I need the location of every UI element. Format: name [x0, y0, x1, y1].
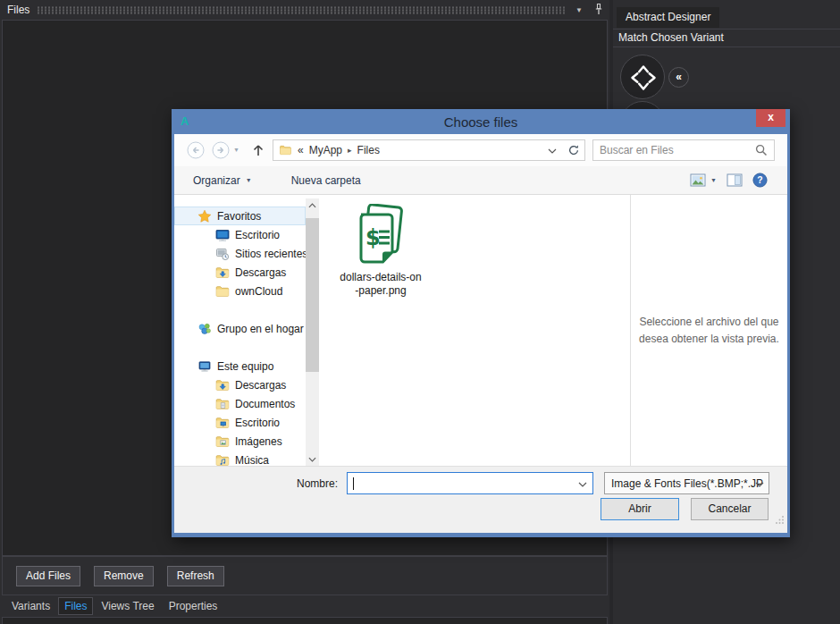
tree-group: FavoritosEscritorioSitios recientesDesca… — [174, 207, 306, 300]
file-type-select[interactable]: Image & Fonts Files(*.BMP;*.JP — [604, 472, 769, 494]
search-icon[interactable] — [755, 144, 768, 156]
help-icon: ? — [752, 173, 768, 188]
add-files-button[interactable]: Add Files — [16, 566, 80, 586]
breadcrumb-files[interactable]: Files — [357, 144, 380, 156]
tab-abstract-designer[interactable]: Abstract Designer — [617, 7, 719, 28]
dialog-footer: Nombre: Image & Fonts Files(*.BMP;*.JP — [174, 466, 787, 530]
file-name-label: Nombre: — [271, 477, 338, 490]
file-name-input[interactable] — [347, 472, 593, 494]
breadcrumb-overflow[interactable]: « — [298, 144, 304, 156]
new-folder-button[interactable]: Nueva carpeta — [291, 174, 361, 187]
back-button[interactable] — [187, 141, 205, 159]
recent-pages-chevron-icon[interactable]: ▼ — [233, 147, 239, 153]
tree-item-imagenes[interactable]: Imágenes — [174, 432, 306, 451]
tree-item-label: Sitios recientes — [235, 248, 306, 260]
recent-icon — [215, 247, 230, 261]
tree-item-label: Descargas — [235, 379, 286, 392]
preview-hint-line2: desea obtener la vista previa. — [639, 331, 779, 348]
drag-grip-dots — [37, 6, 565, 14]
tree-item-label: Descargas — [235, 266, 286, 279]
file-name-chevron-icon[interactable] — [578, 477, 587, 490]
forward-button[interactable] — [212, 141, 230, 159]
collapse-left-button[interactable]: « — [668, 67, 689, 88]
scroll-down-icon[interactable] — [306, 452, 319, 466]
window-menu-chevron-icon[interactable]: ▼ — [572, 6, 586, 14]
folder-music-icon — [215, 453, 230, 467]
tree-item-owncloud[interactable]: ownCloud — [174, 282, 306, 300]
folder-download-icon — [215, 266, 230, 280]
search-input[interactable]: Buscar en Files — [592, 139, 775, 161]
scroll-up-icon[interactable] — [306, 198, 319, 212]
preview-pane-icon — [727, 173, 743, 187]
tree-item-sitios-recientes[interactable]: Sitios recientes — [174, 244, 306, 263]
up-one-level-button[interactable] — [251, 142, 265, 161]
places-tree: FavoritosEscritorioSitios recientesDesca… — [174, 195, 306, 466]
tree-item-escritorio[interactable]: Escritorio — [174, 225, 306, 244]
folder-desktop-icon — [215, 416, 230, 430]
organize-chevron-icon: ▼ — [246, 177, 252, 183]
cancel-button[interactable]: Cancelar — [691, 498, 769, 520]
preview-pane: Seleccione el archivo del que desea obte… — [631, 195, 787, 466]
dialog-body: ▼ « MyApp ▸ Files — [172, 134, 790, 537]
scrollbar-thumb[interactable] — [306, 218, 319, 372]
tree-item-label: ownCloud — [235, 285, 282, 298]
address-dropdown-chevron-icon[interactable] — [548, 144, 557, 156]
file-type-value: Image & Fonts Files(*.BMP;*.JP — [611, 477, 763, 490]
tree-item-descargas[interactable]: Descargas — [174, 263, 306, 282]
refresh-button[interactable] — [562, 139, 585, 161]
folder-download-icon — [215, 378, 230, 392]
views-button[interactable]: ▼ — [690, 173, 717, 187]
choose-files-dialog: A Choose files x ▼ — [172, 109, 790, 537]
organize-button[interactable]: Organizar ▼ — [193, 174, 252, 187]
tree-item-grupo-en-el-hogar[interactable]: Grupo en el hogar — [174, 319, 306, 338]
tree-item-label: Escritorio — [235, 229, 280, 241]
resize-grip[interactable] — [775, 515, 785, 527]
tab-views-tree[interactable]: Views Tree — [95, 597, 160, 615]
tree-item-descargas[interactable]: Descargas — [174, 375, 306, 394]
refresh-button[interactable]: Refresh — [167, 566, 224, 586]
search-placeholder: Buscar en Files — [600, 144, 755, 156]
close-button[interactable]: x — [756, 109, 785, 127]
tree-item-label: Música — [235, 454, 269, 467]
file-name-line1: dollars-details-on — [331, 271, 431, 284]
folder-icon — [215, 284, 230, 299]
dialog-app-icon: A — [181, 114, 189, 128]
tree-item-musica[interactable]: Música — [174, 451, 306, 466]
file-item-dollars-details-on-paper[interactable]: $ dollars-details-on -paper.png — [331, 204, 431, 298]
svg-text:$: $ — [365, 225, 381, 250]
file-name-line2: -paper.png — [331, 284, 431, 298]
tree-item-label: Escritorio — [235, 417, 280, 429]
tree-item-escritorio[interactable]: Escritorio — [174, 413, 306, 432]
remove-button[interactable]: Remove — [94, 566, 154, 586]
breadcrumb-separator-icon[interactable]: ▸ — [348, 146, 352, 155]
computer-icon — [197, 359, 212, 374]
star-icon — [197, 209, 212, 223]
tree-item-documentos[interactable]: Documentos — [174, 394, 306, 413]
tab-variants[interactable]: Variants — [5, 597, 56, 615]
tab-files[interactable]: Files — [58, 597, 93, 615]
file-type-chevron-icon — [755, 477, 764, 490]
tree-item-favoritos[interactable]: Favoritos — [174, 207, 306, 225]
pin-icon[interactable] — [593, 3, 604, 19]
tab-properties[interactable]: Properties — [163, 597, 224, 615]
preview-pane-button[interactable] — [727, 173, 743, 187]
bottom-panel-edge — [2, 617, 608, 624]
match-chosen-variant-header: Match Chosen Variant — [613, 29, 840, 47]
tree-scrollbar[interactable] — [306, 198, 319, 466]
folder-docs-icon — [215, 397, 230, 411]
bottom-tool-tabs: VariantsFilesViews TreeProperties — [2, 595, 608, 617]
dialog-toolbar: Organizar ▼ Nueva carpeta ▼ ? — [174, 166, 787, 195]
files-panel-titlebar[interactable]: Files ▼ — [0, 0, 609, 20]
help-button[interactable]: ? — [752, 173, 768, 188]
dialog-titlebar[interactable]: A Choose files x — [172, 109, 790, 134]
dialog-title: Choose files — [444, 114, 518, 130]
folder-icon — [279, 144, 292, 156]
breadcrumb-myapp[interactable]: MyApp — [309, 144, 342, 156]
desktop-icon — [215, 228, 230, 242]
direction-pad-control[interactable] — [620, 55, 665, 99]
png-file-icon: $ — [355, 258, 407, 271]
address-bar[interactable]: « MyApp ▸ Files — [273, 139, 563, 161]
open-button[interactable]: Abrir — [601, 498, 679, 520]
tree-item-este-equipo[interactable]: Este equipo — [174, 357, 306, 375]
refresh-icon — [567, 144, 580, 156]
